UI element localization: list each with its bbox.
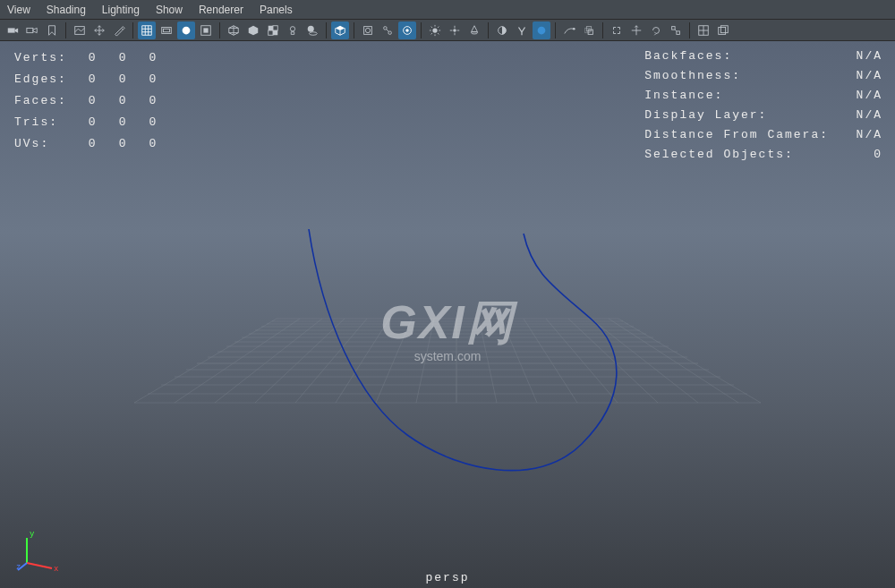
textured-icon[interactable] bbox=[264, 21, 282, 39]
film-gate-icon[interactable] bbox=[158, 21, 175, 39]
xray-icon[interactable] bbox=[359, 21, 377, 39]
menu-panels[interactable]: Panels bbox=[260, 4, 293, 16]
svg-line-57 bbox=[175, 319, 300, 403]
renderer-icon[interactable] bbox=[398, 21, 416, 39]
svg-point-23 bbox=[453, 29, 456, 32]
gamma-icon[interactable] bbox=[513, 21, 531, 39]
scale-icon[interactable] bbox=[667, 21, 685, 39]
wireframe-icon[interactable] bbox=[225, 21, 243, 39]
svg-rect-8 bbox=[268, 25, 273, 30]
2d-pan-icon[interactable] bbox=[90, 21, 108, 39]
separator bbox=[132, 22, 133, 38]
svg-point-13 bbox=[308, 25, 314, 31]
svg-point-5 bbox=[183, 26, 191, 34]
svg-line-33 bbox=[675, 30, 677, 31]
svg-line-58 bbox=[215, 319, 322, 403]
svg-rect-4 bbox=[164, 29, 170, 32]
svg-rect-1 bbox=[27, 28, 33, 32]
separator bbox=[421, 22, 422, 38]
svg-line-66 bbox=[501, 319, 537, 403]
svg-line-68 bbox=[546, 319, 618, 403]
ghosting-icon[interactable] bbox=[580, 21, 598, 39]
svg-line-67 bbox=[524, 319, 577, 403]
svg-line-60 bbox=[295, 319, 367, 403]
shadows-icon[interactable] bbox=[303, 21, 321, 39]
motion-trail-icon[interactable] bbox=[560, 21, 578, 39]
viewport-toolbar bbox=[0, 20, 895, 41]
svg-point-27 bbox=[573, 27, 575, 30]
spot-light-icon[interactable] bbox=[465, 21, 483, 39]
grid-icon[interactable] bbox=[138, 21, 156, 39]
svg-line-69 bbox=[568, 319, 658, 403]
separator bbox=[326, 22, 327, 38]
svg-rect-37 bbox=[719, 27, 726, 34]
gate-mask-icon[interactable] bbox=[197, 21, 215, 39]
sun-icon[interactable] bbox=[426, 21, 444, 39]
svg-line-70 bbox=[591, 319, 698, 403]
resolution-gate-icon[interactable] bbox=[177, 21, 195, 39]
xray-joints-icon[interactable] bbox=[379, 21, 396, 39]
svg-rect-29 bbox=[586, 26, 591, 30]
svg-point-14 bbox=[310, 31, 318, 35]
layout-icon[interactable] bbox=[695, 21, 712, 39]
camera-icon[interactable] bbox=[23, 21, 41, 39]
separator bbox=[219, 22, 220, 38]
separator bbox=[555, 22, 556, 38]
menu-lighting[interactable]: Lighting bbox=[102, 4, 140, 16]
translate-icon[interactable] bbox=[627, 21, 645, 39]
select-camera-icon[interactable] bbox=[4, 21, 21, 39]
svg-point-21 bbox=[405, 29, 409, 32]
separator bbox=[602, 22, 603, 38]
svg-rect-30 bbox=[588, 30, 592, 34]
svg-line-56 bbox=[134, 319, 277, 403]
watermark: GXI网 system.com bbox=[380, 292, 515, 363]
separator bbox=[488, 22, 489, 38]
separator bbox=[689, 22, 690, 38]
hud-display-stats: Backfaces:N/A Smoothness:N/A Instance:N/… bbox=[644, 47, 882, 165]
svg-point-22 bbox=[432, 28, 437, 32]
view-axis-gizmo: y x z bbox=[16, 527, 61, 572]
svg-point-16 bbox=[365, 28, 370, 32]
svg-line-72 bbox=[618, 319, 761, 403]
svg-line-65 bbox=[479, 319, 497, 403]
svg-rect-10 bbox=[273, 25, 277, 30]
separator bbox=[65, 22, 66, 38]
svg-line-76 bbox=[27, 563, 52, 568]
svg-text:y: y bbox=[30, 530, 35, 539]
shaded-icon[interactable] bbox=[244, 21, 262, 39]
menu-renderer[interactable]: Renderer bbox=[199, 4, 243, 16]
svg-rect-28 bbox=[585, 28, 590, 32]
svg-line-63 bbox=[416, 319, 434, 403]
svg-line-59 bbox=[255, 319, 345, 403]
hud-poly-stats: Verts:000 Edges:000 Faces:000 Tris:000 U… bbox=[13, 47, 179, 156]
separator bbox=[354, 22, 354, 38]
menu-shading[interactable]: Shading bbox=[47, 4, 86, 16]
lights-icon[interactable] bbox=[284, 21, 302, 39]
menu-view[interactable]: View bbox=[7, 4, 30, 16]
rotate-icon[interactable] bbox=[647, 21, 665, 39]
svg-line-71 bbox=[609, 319, 738, 403]
snap-icon[interactable] bbox=[608, 21, 626, 39]
svg-rect-7 bbox=[203, 28, 208, 32]
svg-text:x: x bbox=[54, 565, 58, 572]
point-light-icon[interactable] bbox=[446, 21, 464, 39]
svg-rect-31 bbox=[672, 26, 676, 30]
viewport[interactable]: Verts:000 Edges:000 Faces:000 Tris:000 U… bbox=[0, 41, 895, 588]
color-mgmt-icon[interactable] bbox=[533, 21, 550, 39]
tear-off-icon[interactable] bbox=[714, 21, 732, 39]
menu-show[interactable]: Show bbox=[156, 4, 183, 16]
svg-line-19 bbox=[386, 29, 389, 32]
svg-line-62 bbox=[376, 319, 412, 403]
isolate-select-icon[interactable] bbox=[331, 21, 349, 39]
exposure-icon[interactable] bbox=[493, 21, 511, 39]
svg-line-61 bbox=[336, 319, 389, 403]
grease-pencil-icon[interactable] bbox=[110, 21, 128, 39]
svg-point-24 bbox=[472, 31, 478, 34]
svg-point-26 bbox=[538, 26, 546, 34]
bookmark-icon[interactable] bbox=[43, 21, 61, 39]
menu-bar: View Shading Lighting Show Renderer Pane… bbox=[0, 0, 895, 20]
svg-rect-0 bbox=[8, 28, 15, 32]
svg-rect-38 bbox=[720, 25, 728, 32]
camera-label: persp bbox=[425, 571, 469, 584]
image-plane-icon[interactable] bbox=[71, 21, 89, 39]
